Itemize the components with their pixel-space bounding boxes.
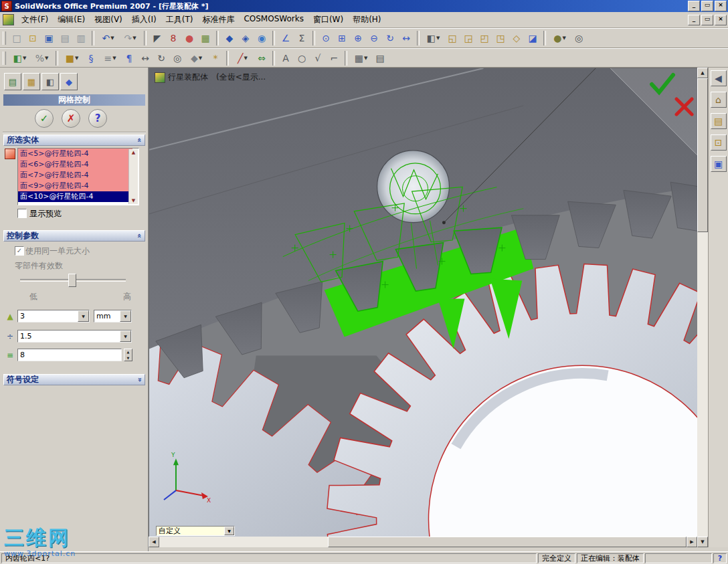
home-icon[interactable]: ⌂ [711, 92, 727, 108]
smart-dimension-icon[interactable]: ⇔▼ [254, 51, 269, 66]
same-element-size-checkbox[interactable] [15, 246, 24, 256]
toolbar-icon[interactable]: ▼ [543, 31, 546, 45]
toolbar-icon[interactable]: ▼ [216, 31, 219, 45]
status-help-icon[interactable]: ? [713, 553, 727, 563]
toolbar-icon[interactable]: ▼ [417, 31, 420, 45]
toolbar-icon[interactable]: ▼ [272, 51, 275, 66]
cosmosworks-icon[interactable]: ◆▼ [222, 31, 237, 45]
feature-manager-tab[interactable]: ▤ [4, 73, 21, 90]
undo-icon[interactable]: ↶▼ [98, 31, 118, 45]
collapse-section-icon[interactable]: « [135, 138, 144, 143]
rotate-component-icon[interactable]: ↻▼ [154, 51, 169, 66]
edit-color-icon[interactable]: ●▼ [182, 31, 197, 45]
cosmos-manager-tab[interactable]: ◆ [60, 73, 78, 90]
scroll-right-icon[interactable]: ▶ [687, 537, 697, 547]
zoom-area-icon[interactable]: ⊞▼ [335, 31, 349, 45]
vertical-scrollbar[interactable]: ▲ ▼ [697, 68, 708, 547]
scroll-down-icon[interactable]: ▼ [697, 537, 708, 547]
measure-icon[interactable]: ∠▼ [278, 31, 293, 45]
surface-finish-icon[interactable]: √▼ [310, 51, 325, 66]
exploded-view-icon[interactable]: *▼ [208, 51, 223, 66]
toolbar-icon[interactable]: ▼ [92, 31, 94, 45]
minimize-button[interactable]: _ [688, 1, 700, 11]
expand-section-icon[interactable]: « [135, 377, 144, 382]
face-list-item[interactable]: 面<7>@行星轮四-4 [18, 170, 132, 181]
significance-slider-thumb[interactable] [68, 274, 76, 287]
menu-item[interactable]: 工具(T) [161, 13, 198, 27]
collapse-section-icon[interactable]: « [135, 233, 144, 238]
smart-component-icon[interactable]: ◧▼ [9, 51, 30, 66]
move-component-icon[interactable]: ↔▼ [138, 51, 153, 66]
horizontal-scrollbar[interactable]: ◀ ▶ [149, 537, 697, 547]
section-view-icon[interactable]: ◪▼ [525, 31, 540, 45]
menu-item[interactable]: 窗口(W) [308, 13, 348, 27]
insert-component-icon[interactable]: ■▼ [62, 51, 82, 66]
cosmosmotion-icon[interactable]: ◈▼ [238, 31, 253, 45]
front-view-icon[interactable]: ◱▼ [445, 31, 460, 45]
menu-item[interactable]: 编辑(E) [53, 13, 90, 27]
zoom-fit-icon[interactable]: ⊙▼ [318, 31, 333, 45]
rebuild-icon[interactable]: 8▼ [166, 31, 181, 45]
rotate-view-icon[interactable]: ↻▼ [383, 31, 397, 45]
display-style-icon[interactable]: ●▼ [549, 31, 570, 45]
face-list-item[interactable]: 面<10>@行星轮四-4 [18, 191, 132, 202]
mdi-restore-button[interactable]: ▭ [701, 15, 713, 25]
save-icon[interactable]: ▣▼ [41, 31, 56, 45]
open-icon[interactable]: ⊡▼ [25, 31, 40, 45]
texture-icon[interactable]: ▦▼ [198, 31, 213, 45]
zoom-selection-icon[interactable]: ⊖▼ [367, 31, 381, 45]
collapse-pane-icon[interactable]: ◀ [711, 70, 727, 86]
mate-icon[interactable]: §▼ [84, 51, 98, 66]
pan-icon[interactable]: ↔▼ [399, 31, 414, 45]
face-list-item[interactable]: 面<9>@行星轮四-4 [18, 181, 132, 191]
maximize-button[interactable]: ▭ [701, 1, 713, 11]
standard-views-icon[interactable]: ◧▼ [423, 31, 444, 45]
toolbar-icon[interactable]: ▼ [56, 51, 58, 66]
menu-item[interactable]: 视图(V) [90, 13, 127, 27]
isometric-view-icon[interactable]: ◇▼ [509, 31, 524, 45]
toolbar-icon[interactable]: ▼ [312, 31, 315, 45]
sketch-icon[interactable]: ╱▼ [232, 51, 253, 66]
balloon-icon[interactable]: ○▼ [294, 51, 309, 66]
menu-item[interactable]: 文件(F) [17, 13, 53, 27]
scroll-up-icon[interactable]: ▲ [129, 149, 138, 156]
3d-scene[interactable]: YX [149, 68, 697, 537]
face-list-item[interactable]: 面<6>@行星轮四-4 [18, 159, 132, 170]
bom-icon[interactable]: ▤▼ [373, 51, 387, 66]
smart-fasteners-icon[interactable]: ¶▼ [122, 51, 136, 66]
hide-show-icon[interactable]: ◎▼ [571, 31, 586, 45]
element-ratio-combo[interactable]: 1.5 ▼ [17, 330, 132, 343]
ok-button[interactable]: ✓ [35, 109, 54, 128]
selected-faces-list[interactable]: ▲ ▼ 面<5>@行星轮四-4 面<6>@行星轮四-4 面<7>@行星轮四-4 … [17, 148, 139, 205]
new-document-icon[interactable]: □▼ [9, 31, 24, 45]
element-size-combo[interactable]: 3 ▼ [17, 310, 90, 322]
dropdown-arrow-icon[interactable]: ▼ [120, 331, 131, 342]
menu-item[interactable]: 插入(I) [127, 13, 161, 27]
show-preview-checkbox[interactable] [17, 209, 27, 218]
weld-symbol-icon[interactable]: ⌐▼ [327, 51, 341, 66]
toolbar-icon[interactable]: ▼ [226, 51, 229, 66]
print-preview-icon[interactable]: ▥▼ [74, 31, 88, 45]
property-manager-tab[interactable]: ▦ [23, 73, 40, 90]
right-view-icon[interactable]: ◳▼ [493, 31, 508, 45]
file-explorer-icon[interactable]: ⊡ [711, 134, 727, 151]
hscroll-thumb[interactable] [328, 537, 687, 547]
growth-layers-input[interactable]: 8 [17, 349, 122, 361]
scroll-up-icon[interactable]: ▲ [697, 68, 708, 78]
graphics-viewport[interactable]: YX 行星装配体 (全齿<显示... 自定义 ▼ [149, 68, 697, 537]
menu-item[interactable]: 帮助(H) [348, 13, 385, 27]
note-icon[interactable]: A▼ [278, 51, 293, 66]
cosmosfloworks-icon[interactable]: ◉▼ [254, 31, 269, 45]
toolbar-icon[interactable]: ▼ [345, 51, 347, 66]
dropdown-arrow-icon[interactable]: ▼ [120, 310, 131, 322]
face-list-item[interactable]: 面<5>@行星轮四-4 [18, 149, 132, 159]
unit-combo[interactable]: mm ▼ [94, 310, 132, 322]
dropdown-arrow-icon[interactable]: ▼ [78, 310, 89, 322]
close-button[interactable]: × [715, 1, 727, 11]
dropdown-arrow-icon[interactable]: ▼ [224, 527, 234, 535]
growth-layers-spinner[interactable]: ▲▼ [124, 349, 132, 361]
mass-properties-icon[interactable]: Σ▼ [294, 31, 309, 45]
list-scrollbar[interactable]: ▲ ▼ [128, 149, 138, 204]
design-library-icon[interactable]: ▤ [711, 113, 727, 129]
cancel-button[interactable]: ✗ [62, 109, 80, 128]
